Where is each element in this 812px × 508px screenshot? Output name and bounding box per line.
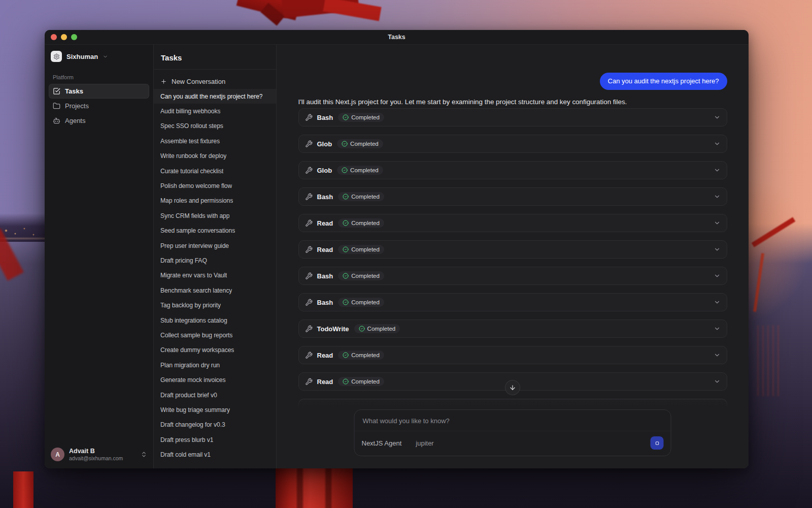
titlebar[interactable]: Tasks	[45, 30, 749, 45]
conversation-item[interactable]: Collect sample bug reports	[154, 328, 276, 342]
new-conversation-button[interactable]: New Conversation	[154, 74, 276, 89]
chevron-down-icon	[103, 54, 108, 59]
conversation-item-label: Assemble test fixtures	[160, 138, 220, 145]
sidebar-section-label: Platform	[53, 74, 145, 80]
conversation-item[interactable]: Prep user interview guide	[154, 238, 276, 253]
conversation-item[interactable]: Draft product brief v0	[154, 388, 276, 402]
check-circle-icon	[343, 220, 349, 226]
minimize-button[interactable]	[61, 34, 67, 40]
conversation-item[interactable]: Benchmark search latency	[154, 283, 276, 298]
wrench-icon	[305, 378, 313, 386]
tool-name: Read	[317, 219, 333, 227]
app-window: Tasks Sixhuman Platform Tasks Projects	[45, 30, 749, 468]
user-name: Advait B	[69, 448, 136, 455]
tool-call-row[interactable]: Bash Completed	[298, 293, 727, 311]
conversation-item[interactable]: Assemble test fixtures	[154, 134, 276, 148]
check-circle-icon	[342, 141, 348, 147]
conversation-item[interactable]: Audit billing webhooks	[154, 104, 276, 118]
status-badge: Completed	[338, 377, 384, 386]
tool-call-row[interactable]: Bash Completed	[298, 187, 727, 206]
conversation-item-label: Benchmark search latency	[160, 287, 232, 294]
conversation-item[interactable]: Draft changelog for v0.3	[154, 418, 276, 432]
composer-input[interactable]: What would you like to know?	[355, 410, 671, 425]
chevron-down-icon[interactable]	[714, 299, 721, 306]
tool-name: Bash	[317, 193, 333, 201]
chevron-down-icon[interactable]	[714, 114, 721, 121]
workspace-name: Sixhuman	[66, 53, 98, 60]
chevron-down-icon[interactable]	[714, 140, 721, 147]
conversation-item[interactable]: Migrate env vars to Vault	[154, 268, 276, 283]
status-badge: Completed	[337, 139, 383, 148]
chevron-down-icon[interactable]	[714, 167, 721, 174]
user-account-menu[interactable]: A Advait B advait@sixhuman.com	[51, 448, 147, 461]
sidebar-item-projects[interactable]: Projects	[49, 99, 149, 113]
conversation-item[interactable]: Generate mock invoices	[154, 372, 276, 387]
scroll-to-bottom-button[interactable]	[505, 380, 520, 395]
close-button[interactable]	[51, 34, 57, 40]
conversation-item-label: Stub integrations catalog	[160, 317, 227, 324]
conversation-item[interactable]: Seed sample conversations	[154, 224, 276, 238]
status-label: Completed	[350, 141, 379, 147]
tool-call-row[interactable]: Read Completed	[298, 346, 727, 364]
conversation-item-label: Create dummy workspaces	[160, 346, 234, 354]
conversation-item[interactable]: Write runbook for deploy	[154, 149, 276, 164]
bot-icon	[53, 117, 60, 124]
conversation-item[interactable]: Sync CRM fields with app	[154, 208, 276, 223]
folder-icon	[53, 102, 60, 110]
stop-button[interactable]	[651, 436, 664, 450]
status-badge: Completed	[338, 351, 384, 360]
status-label: Completed	[351, 352, 380, 358]
tool-call-row[interactable]: Glob Completed	[298, 135, 727, 153]
tool-call-row[interactable]: TodoWrite Completed	[298, 320, 727, 338]
sidebar-item-agents[interactable]: Agents	[49, 113, 149, 128]
chevron-down-icon[interactable]	[714, 378, 721, 385]
chevron-down-icon[interactable]	[714, 272, 721, 279]
tool-call-row[interactable]: Read Completed	[298, 214, 727, 232]
tool-call-row[interactable]: Bash Completed	[298, 267, 727, 285]
chevron-down-icon[interactable]	[714, 246, 721, 253]
wrench-icon	[305, 219, 313, 227]
agent-selector[interactable]: NextJS Agent	[362, 439, 402, 447]
composer: What would you like to know? NextJS Agen…	[354, 409, 671, 456]
status-label: Completed	[351, 220, 380, 226]
status-badge: Completed	[338, 218, 384, 228]
chevron-down-icon[interactable]	[714, 325, 721, 332]
conversation-item[interactable]: Create dummy workspaces	[154, 343, 276, 358]
tool-call-row[interactable]: Glob Completed	[298, 161, 727, 179]
conversation-item-label: Sync CRM fields with app	[160, 212, 229, 219]
workspace-logo-icon	[51, 51, 62, 62]
conversation-item-label: Prep user interview guide	[160, 242, 229, 249]
conversation-item[interactable]: Can you audit the nextjs project here?	[154, 89, 276, 104]
zoom-button[interactable]	[71, 34, 77, 40]
conversation-item[interactable]: Stub integrations catalog	[154, 313, 276, 328]
tool-call-row[interactable]: Bash Completed	[298, 108, 727, 126]
sidebar-item-tasks[interactable]: Tasks	[49, 84, 149, 99]
chevron-down-icon[interactable]	[714, 193, 721, 200]
chevron-down-icon[interactable]	[714, 219, 721, 227]
check-circle-icon	[343, 194, 349, 200]
composer-toolbar: NextJS Agent jupiter	[355, 431, 671, 456]
tool-call-row[interactable]: Read Completed	[298, 240, 727, 259]
conversation-item[interactable]: Plan migration dry run	[154, 358, 276, 372]
window-title: Tasks	[388, 34, 405, 41]
conversation-item[interactable]: Map roles and permissions	[154, 194, 276, 208]
workspace-switcher[interactable]: Sixhuman	[51, 51, 147, 62]
conversation-item-label: Can you audit the nextjs project here?	[160, 93, 262, 100]
conversation-item[interactable]: Spec SSO rollout steps	[154, 119, 276, 134]
model-selector[interactable]: jupiter	[416, 439, 433, 447]
wrench-icon	[305, 140, 313, 148]
conversation-item[interactable]: Draft pricing FAQ	[154, 253, 276, 268]
wrench-icon	[305, 325, 313, 333]
conversation-item[interactable]: Tag backlog by priority	[154, 298, 276, 312]
chevron-down-icon[interactable]	[714, 352, 721, 359]
conversation-item-label: Curate tutorial checklist	[160, 168, 223, 175]
status-label: Completed	[351, 114, 380, 120]
conversation-item[interactable]: Draft press blurb v1	[154, 432, 276, 447]
conversation-list: New Conversation Can you audit the nextj…	[154, 70, 276, 462]
conversation-item-label: Plan migration dry run	[160, 362, 220, 369]
tool-name: Glob	[317, 140, 332, 148]
conversation-item[interactable]: Write bug triage summary	[154, 402, 276, 417]
conversation-item[interactable]: Draft cold email v1	[154, 447, 276, 462]
conversation-item[interactable]: Polish demo welcome flow	[154, 178, 276, 193]
conversation-item[interactable]: Curate tutorial checklist	[154, 164, 276, 178]
